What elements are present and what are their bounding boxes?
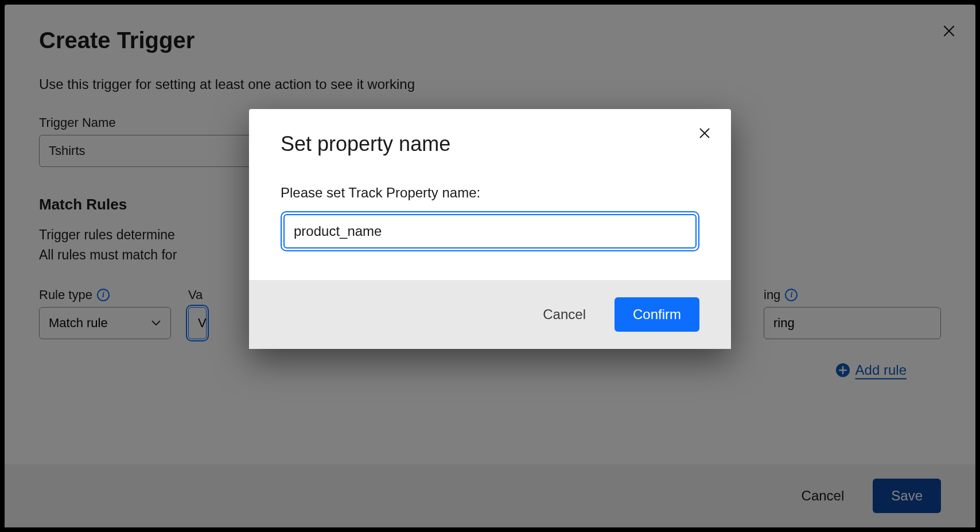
modal-title: Set property name bbox=[281, 132, 699, 156]
modal-label: Please set Track Property name: bbox=[281, 185, 699, 201]
cancel-button[interactable]: Cancel bbox=[531, 298, 597, 331]
confirm-button[interactable]: Confirm bbox=[615, 297, 699, 332]
modal-overlay: Set property name Please set Track Prope… bbox=[0, 0, 980, 532]
property-name-input[interactable] bbox=[283, 214, 697, 248]
close-icon[interactable] bbox=[698, 126, 714, 142]
set-property-modal: Set property name Please set Track Prope… bbox=[249, 109, 731, 349]
